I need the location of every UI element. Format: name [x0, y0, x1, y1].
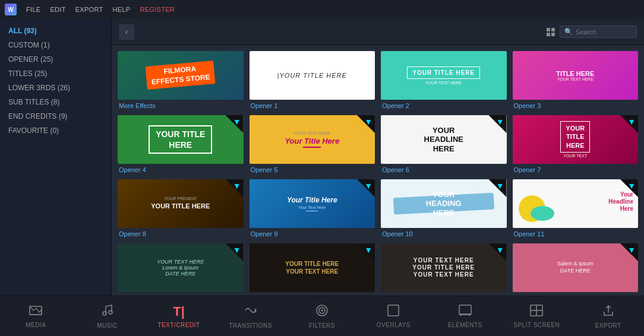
- opener11-download: ▼: [627, 182, 636, 190]
- opener15-text: Salem & IpsumDATE HERE: [557, 261, 594, 274]
- template-label-opener1: Opener 1: [250, 102, 375, 109]
- template-thumb-opener3: TITLE HERE YOUR TEXT HERE: [513, 51, 639, 100]
- content-header: ‹ 🔍: [112, 19, 644, 45]
- template-item-opener7[interactable]: ▼ YOURTITLEHERE YOUR TEXT Opener 7: [513, 115, 639, 173]
- opener9-subtext: Your Text Here: [298, 205, 326, 210]
- opener8-download: ▼: [233, 182, 241, 190]
- header-right: 🔍: [547, 26, 637, 38]
- svg-rect-3: [551, 33, 555, 36]
- template-thumb-opener11: ▼ YourHeadlineHere: [513, 179, 639, 228]
- export-icon: [602, 304, 614, 320]
- svg-point-8: [319, 308, 325, 313]
- template-label-opener3: Opener 3: [513, 102, 639, 109]
- elements-icon: [459, 305, 472, 319]
- template-item-opener11[interactable]: ▼ YourHeadlineHere Opener 11: [513, 179, 639, 237]
- template-item-opener3[interactable]: TITLE HERE YOUR TEXT HERE Opener 3: [513, 51, 639, 109]
- sidebar-item-custom[interactable]: CUSTOM (1): [0, 38, 111, 52]
- template-item-opener12[interactable]: ▼ YOUR TEXT HERELorem & IpsumDATE HERE O…: [118, 243, 244, 296]
- opener12-text: YOUR TEXT HERELorem & IpsumDATE HERE: [157, 259, 204, 277]
- template-label-opener11: Opener 11: [513, 230, 639, 237]
- tab-elements[interactable]: ELEMENTS: [441, 305, 489, 328]
- search-input[interactable]: [576, 28, 632, 36]
- svg-rect-4: [30, 306, 42, 315]
- menu-file[interactable]: FILE: [26, 6, 40, 13]
- tab-transitions[interactable]: TRANSITIONS: [227, 304, 274, 329]
- template-item-opener2[interactable]: YOUR TITLE HERE YOUR TEXT HERE Opener 2: [381, 51, 507, 109]
- template-item-opener1[interactable]: |YOUR TITLE HERE Opener 1: [250, 51, 375, 109]
- filters-icon: [315, 304, 329, 320]
- sidebar-item-all[interactable]: ALL (93): [0, 24, 111, 38]
- template-grid-scroll[interactable]: FILMORAEFFECTS STORE More Effects |YOUR …: [112, 45, 644, 296]
- opener6-download: ▼: [496, 118, 504, 126]
- tab-splitscreen-label: SPLIT SCREEN: [513, 322, 560, 328]
- tab-transitions-label: TRANSITIONS: [229, 322, 272, 329]
- sidebar-item-subtitles[interactable]: SUB TITLES (8): [0, 95, 111, 109]
- template-item-opener10[interactable]: ▼ YOURHEADINGHERE Opener 10: [381, 179, 507, 237]
- template-item-opener5[interactable]: ▼ YOUR TEXT HERE Your Title Here Opener …: [250, 115, 375, 173]
- menu-register[interactable]: REGISTER: [140, 6, 175, 13]
- opener11-teal: [531, 206, 554, 221]
- sidebar-item-favourite[interactable]: FAVOURITE (0): [0, 123, 111, 138]
- template-grid: FILMORAEFFECTS STORE More Effects |YOUR …: [118, 51, 638, 296]
- svg-rect-1: [551, 28, 555, 31]
- tab-media-label: MEDIA: [26, 322, 46, 328]
- svg-rect-2: [547, 33, 550, 36]
- transitions-icon: [244, 304, 257, 320]
- search-icon: 🔍: [564, 28, 573, 36]
- tab-textcredit[interactable]: T| TEXT/CREDIT: [155, 304, 203, 328]
- template-item-opener15[interactable]: ▼ Salem & IpsumDATE HERE Opener 15: [513, 243, 639, 296]
- tab-export[interactable]: EXPORT: [585, 304, 632, 329]
- template-thumb-opener1: |YOUR TITLE HERE: [250, 51, 375, 100]
- opener15-download: ▼: [627, 246, 636, 254]
- tab-elements-label: ELEMENTS: [448, 322, 482, 328]
- opener10-download: ▼: [496, 182, 504, 190]
- sidebar-item-opener[interactable]: OPENER (25): [0, 52, 111, 66]
- tab-filters-label: FILTERS: [309, 322, 335, 329]
- opener14-download: ▼: [496, 246, 504, 254]
- opener5-text: Your Title Here: [285, 137, 339, 145]
- menu-export[interactable]: EXPORT: [75, 6, 103, 13]
- template-thumb-opener12: ▼ YOUR TEXT HERELorem & IpsumDATE HERE: [118, 243, 244, 292]
- tab-music[interactable]: MUSIC: [84, 304, 131, 329]
- template-item-effects-store[interactable]: FILMORAEFFECTS STORE More Effects: [118, 51, 244, 109]
- back-button[interactable]: ‹: [119, 24, 134, 40]
- template-thumb-opener10: ▼ YOURHEADINGHERE: [381, 179, 507, 228]
- svg-point-7: [317, 305, 327, 316]
- template-item-opener4[interactable]: ▼ YOUR TITLEHERE Opener 4: [118, 115, 244, 173]
- opener6-text: YOURHEADLINEHERE: [424, 126, 463, 154]
- opener8-toptext: YOUR PRESENT: [164, 196, 197, 201]
- template-label-opener10: Opener 10: [381, 230, 507, 237]
- template-label-opener2: Opener 2: [381, 102, 507, 109]
- media-icon: [29, 305, 42, 319]
- tab-splitscreen[interactable]: SPLIT SCREEN: [513, 305, 560, 328]
- effects-store-badge: FILMORAEFFECTS STORE: [146, 61, 216, 90]
- template-thumb-opener13: ▼ YOUR TITLE HEREYOUR TEXT HERE: [250, 243, 375, 292]
- opener2-subtext: YOUR TEXT HERE: [425, 81, 462, 85]
- opener1-text: |YOUR TITLE HERE: [277, 72, 347, 79]
- template-item-opener6[interactable]: ▼ YOURHEADLINEHERE Opener 6: [381, 115, 507, 173]
- template-item-opener8[interactable]: ▼ YOUR PRESENT YOUR TITLE HERE Opener 8: [118, 179, 244, 237]
- menu-edit[interactable]: EDIT: [50, 6, 65, 13]
- opener13-text: YOUR TITLE HEREYOUR TEXT HERE: [285, 260, 339, 275]
- grid-view-button[interactable]: [547, 28, 555, 36]
- template-thumb-opener8: ▼ YOUR PRESENT YOUR TITLE HERE: [118, 179, 244, 228]
- template-label-opener5: Opener 5: [250, 166, 375, 173]
- opener8-text: YOUR TITLE HERE: [151, 202, 210, 210]
- template-label-opener7: Opener 7: [513, 166, 639, 173]
- menu-help[interactable]: HELP: [113, 6, 131, 13]
- tab-overlays-label: OVERLAYS: [377, 322, 411, 328]
- template-item-opener14[interactable]: ▼ YOUR TEXT HEREYOUR TITLE HEREYOUR TEXT…: [381, 243, 507, 296]
- sidebar-item-endcredits[interactable]: END CREDITS (9): [0, 109, 111, 123]
- tab-overlays[interactable]: OVERLAYS: [370, 305, 417, 328]
- tab-export-label: EXPORT: [595, 322, 621, 329]
- sidebar-item-titles[interactable]: TITLES (25): [0, 66, 111, 81]
- template-thumb-opener5: ▼ YOUR TEXT HERE Your Title Here: [250, 115, 375, 164]
- template-item-opener9[interactable]: ▼ Your Title Here Your Text Here Opener …: [250, 179, 375, 237]
- template-item-opener13[interactable]: ▼ YOUR TITLE HEREYOUR TEXT HERE Opener 1…: [250, 243, 375, 296]
- sidebar-item-lower3rds[interactable]: LOWER 3RDS (26): [0, 81, 111, 95]
- music-icon: [102, 304, 113, 320]
- template-label-effects-store: More Effects: [118, 102, 244, 109]
- tab-media[interactable]: MEDIA: [12, 305, 59, 328]
- tab-filters[interactable]: FILTERS: [298, 304, 346, 329]
- opener7-download: ▼: [627, 118, 636, 126]
